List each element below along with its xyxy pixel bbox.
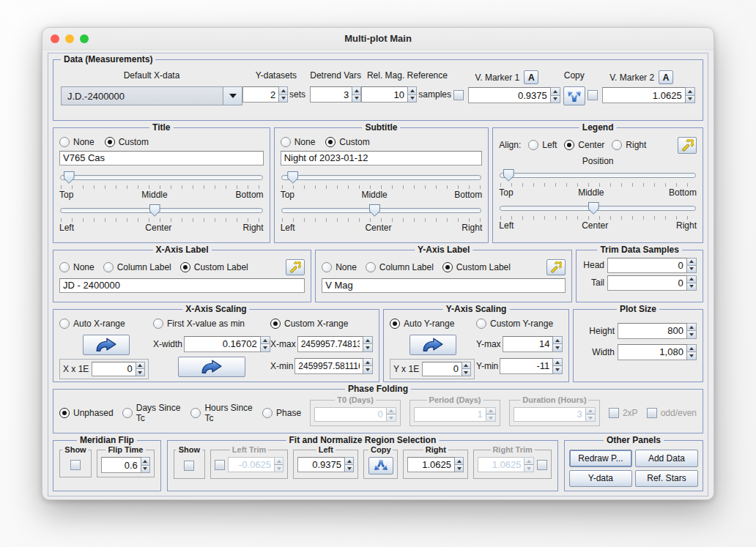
x-min-spinner[interactable] <box>294 358 373 374</box>
spinner-down-icon[interactable] <box>687 351 696 360</box>
spinner-up-icon[interactable] <box>455 458 463 464</box>
add-data-button[interactable]: Add Data <box>635 450 698 467</box>
x-axis-label-input[interactable] <box>59 278 305 293</box>
spinner-up-icon[interactable] <box>553 337 562 344</box>
plot-width-spinner[interactable] <box>618 344 697 360</box>
legend-align-left-radio[interactable]: Left <box>528 140 557 150</box>
v-marker-2-checkbox[interactable] <box>588 90 598 100</box>
y-min-spinner[interactable] <box>500 358 563 374</box>
spinner-down-icon[interactable] <box>687 283 696 290</box>
spinner-up-icon[interactable] <box>686 88 694 95</box>
title-vertical-position-slider[interactable] <box>59 171 264 184</box>
title-horizontal-position-slider[interactable] <box>59 204 264 217</box>
v-marker-2-spinner[interactable] <box>602 87 695 103</box>
right-trim-checkbox[interactable] <box>537 460 547 470</box>
legend-horizontal-position-slider[interactable] <box>499 202 697 215</box>
spinner-down-icon[interactable] <box>136 368 144 376</box>
slider-thumb[interactable] <box>588 202 599 215</box>
ref-stars-button[interactable]: Ref. Stars <box>635 470 698 488</box>
legend-align-right-radio[interactable]: Right <box>612 140 646 150</box>
hours-since-tc-radio[interactable]: Hours Since Tc <box>190 403 253 423</box>
close-icon[interactable] <box>51 34 59 43</box>
spinner-down-icon[interactable] <box>553 365 562 373</box>
spinner-up-icon[interactable] <box>261 337 270 344</box>
phase-radio[interactable]: Phase <box>262 408 301 418</box>
fit-right-input[interactable] <box>407 457 455 472</box>
default-x-data-select[interactable]: J.D.-2400000 <box>61 86 242 105</box>
rel-mag-reference-input[interactable] <box>361 86 408 103</box>
odd-even-checkbox[interactable]: odd/even <box>647 408 697 418</box>
legend-vertical-position-slider[interactable] <box>499 169 697 182</box>
slider-thumb[interactable] <box>503 169 514 182</box>
redraw-plot-button[interactable]: Redraw P... <box>569 450 632 467</box>
legend-settings-button[interactable] <box>678 137 697 154</box>
subtitle-vertical-position-slider[interactable] <box>281 171 483 184</box>
spinner-up-icon[interactable] <box>551 88 560 95</box>
spinner-up-icon[interactable] <box>141 458 149 465</box>
x-axis-none-radio[interactable]: None <box>59 262 94 272</box>
title-custom-radio[interactable]: Custom <box>105 137 149 147</box>
spinner-down-icon[interactable] <box>363 365 372 373</box>
subtitle-horizontal-position-slider[interactable] <box>281 204 483 217</box>
flip-time-spinner[interactable] <box>101 457 150 473</box>
spinner-up-icon[interactable] <box>687 324 696 331</box>
spinner-down-icon[interactable] <box>553 343 562 351</box>
unphased-radio[interactable]: Unphased <box>59 408 114 418</box>
v-marker-2-input[interactable] <box>602 87 685 103</box>
plot-width-input[interactable] <box>618 344 687 360</box>
spinner-down-icon[interactable] <box>141 465 149 473</box>
spinner-down-icon[interactable] <box>687 265 696 272</box>
zoom-icon[interactable] <box>80 34 89 43</box>
transfer-x-auto-button[interactable] <box>83 335 130 355</box>
x-max-input[interactable] <box>297 336 363 352</box>
plot-height-input[interactable] <box>618 323 687 339</box>
flip-time-input[interactable] <box>101 457 141 473</box>
x-multiplier-input[interactable] <box>92 362 136 376</box>
spinner-down-icon[interactable] <box>352 94 360 103</box>
fit-right-spinner[interactable] <box>407 457 464 472</box>
y-axis-custom-label-radio[interactable]: Custom Label <box>442 262 511 272</box>
y-axis-label-input[interactable] <box>322 278 566 293</box>
meridian-show-checkbox[interactable] <box>70 460 81 470</box>
slider-thumb[interactable] <box>64 171 75 184</box>
slider-thumb[interactable] <box>149 204 160 217</box>
plot-height-spinner[interactable] <box>618 323 697 339</box>
spinner-up-icon[interactable] <box>553 359 562 366</box>
title-none-radio[interactable]: None <box>59 137 94 147</box>
title-text-input[interactable] <box>59 151 264 165</box>
spinner-down-icon[interactable] <box>687 330 696 338</box>
slider-thumb[interactable] <box>287 171 298 184</box>
rel-mag-reference-spinner[interactable] <box>361 86 417 103</box>
trim-head-spinner[interactable] <box>607 258 697 273</box>
spinner-down-icon[interactable] <box>279 94 287 103</box>
custom-x-range-radio[interactable]: Custom X-range <box>270 319 348 329</box>
minimize-icon[interactable] <box>65 34 74 43</box>
left-trim-checkbox[interactable] <box>215 460 225 470</box>
spinner-down-icon[interactable] <box>261 343 270 351</box>
x-axis-custom-label-radio[interactable]: Custom Label <box>180 262 248 272</box>
spinner-up-icon[interactable] <box>408 87 416 94</box>
x-min-input[interactable] <box>294 358 363 374</box>
auto-y-range-radio[interactable]: Auto Y-range <box>390 319 454 329</box>
transfer-y-auto-button[interactable] <box>410 335 456 355</box>
fit-left-input[interactable] <box>297 457 345 472</box>
spinner-down-icon[interactable] <box>551 95 560 103</box>
spinner-up-icon[interactable] <box>363 337 372 344</box>
y-max-spinner[interactable] <box>503 336 563 352</box>
subtitle-custom-radio[interactable]: Custom <box>325 137 369 147</box>
auto-x-range-radio[interactable]: Auto X-range <box>59 319 125 329</box>
y-axis-column-label-radio[interactable]: Column Label <box>366 262 434 272</box>
spinner-down-icon[interactable] <box>345 464 353 472</box>
spinner-up-icon[interactable] <box>279 87 287 94</box>
twoxp-checkbox[interactable]: 2xP <box>609 408 638 418</box>
spinner-up-icon[interactable] <box>687 258 696 265</box>
y-datasets-spinner[interactable] <box>242 86 288 103</box>
v-marker-1-input[interactable] <box>468 87 551 103</box>
y-min-input[interactable] <box>500 358 553 374</box>
trim-head-input[interactable] <box>607 258 687 273</box>
detrend-vars-input[interactable] <box>310 86 352 103</box>
copy-markers-button[interactable] <box>563 86 585 105</box>
days-since-tc-radio[interactable]: Days Since Tc <box>122 403 182 423</box>
x-width-input[interactable] <box>184 336 261 352</box>
fit-left-spinner[interactable] <box>297 457 354 472</box>
